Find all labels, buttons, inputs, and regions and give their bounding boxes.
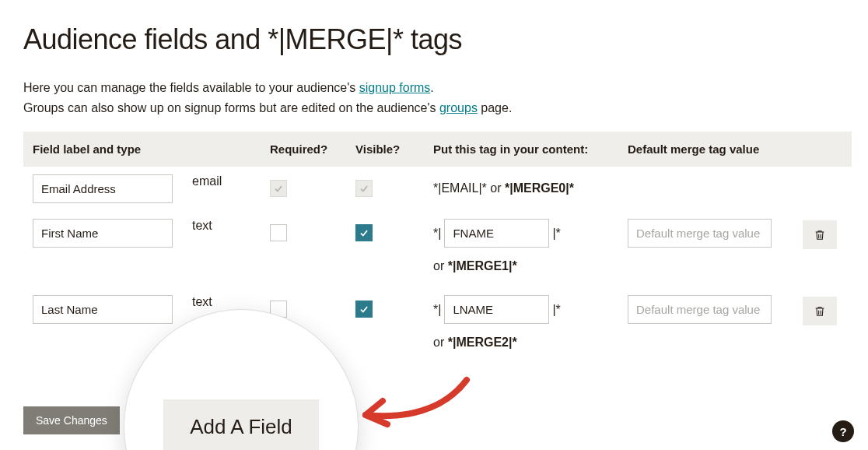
page-title: Audience fields and *|MERGE|* tags xyxy=(23,23,845,56)
th-label: Field label and type xyxy=(23,132,261,167)
delete-button[interactable] xyxy=(803,220,837,249)
visible-checkbox xyxy=(355,180,373,197)
field-type: email xyxy=(183,167,261,211)
field-label-input[interactable] xyxy=(33,295,173,324)
or-text: or xyxy=(433,259,448,272)
help-button[interactable]: ? xyxy=(832,420,854,442)
tag-prefix: *| xyxy=(433,227,441,240)
merge-tag-text: *|EMAIL|* or xyxy=(433,181,505,195)
trash-icon xyxy=(814,304,826,318)
intro-text: Here you can manage the fields available… xyxy=(23,78,845,118)
default-value-input[interactable] xyxy=(628,219,772,248)
delete-button[interactable] xyxy=(803,297,837,325)
intro-text-c: Groups can also show up on signup forms … xyxy=(23,101,439,114)
intro-text-a: Here you can manage the fields available… xyxy=(23,81,359,94)
th-tag: Put this tag in your content: xyxy=(424,132,618,167)
groups-link[interactable]: groups xyxy=(439,101,478,114)
trash-icon xyxy=(814,228,826,242)
field-type: text xyxy=(183,211,261,287)
required-checkbox xyxy=(270,180,287,197)
tag-prefix: *| xyxy=(433,303,441,316)
table-row: email *|EMAIL|* or *|MERGE0|* xyxy=(23,167,852,211)
merge-tag-bold: *|MERGE2|* xyxy=(448,336,517,349)
merge-tag-bold: *|MERGE0|* xyxy=(505,181,574,195)
table-row: text *||* or *|MERGE2|* xyxy=(23,287,852,364)
th-visible: Visible? xyxy=(346,132,424,167)
merge-tag-input[interactable] xyxy=(444,219,549,248)
or-text: or xyxy=(433,336,448,349)
tag-suffix: |* xyxy=(552,303,560,316)
th-default: Default merge tag value xyxy=(618,132,793,167)
visible-checkbox[interactable] xyxy=(355,301,373,318)
tag-suffix: |* xyxy=(552,227,560,240)
merge-tag-input[interactable] xyxy=(444,295,549,324)
visible-checkbox[interactable] xyxy=(355,224,373,241)
default-value-input[interactable] xyxy=(628,295,772,324)
field-label-input[interactable] xyxy=(33,174,173,203)
signup-forms-link[interactable]: signup forms xyxy=(359,81,431,94)
merge-tag-bold: *|MERGE1|* xyxy=(448,259,517,272)
table-row: text *||* or *|MERGE1|* xyxy=(23,211,852,287)
th-required: Required? xyxy=(261,132,346,167)
required-checkbox[interactable] xyxy=(270,224,287,241)
fields-table: Field label and type Required? Visible? … xyxy=(23,132,852,364)
intro-text-b: . xyxy=(430,81,433,94)
field-label-input[interactable] xyxy=(33,219,173,248)
save-button[interactable]: Save Changes xyxy=(23,406,120,434)
callout-arrow-icon xyxy=(350,368,474,438)
add-field-button[interactable]: Add A Field xyxy=(163,399,319,451)
intro-text-d: page. xyxy=(478,101,512,114)
